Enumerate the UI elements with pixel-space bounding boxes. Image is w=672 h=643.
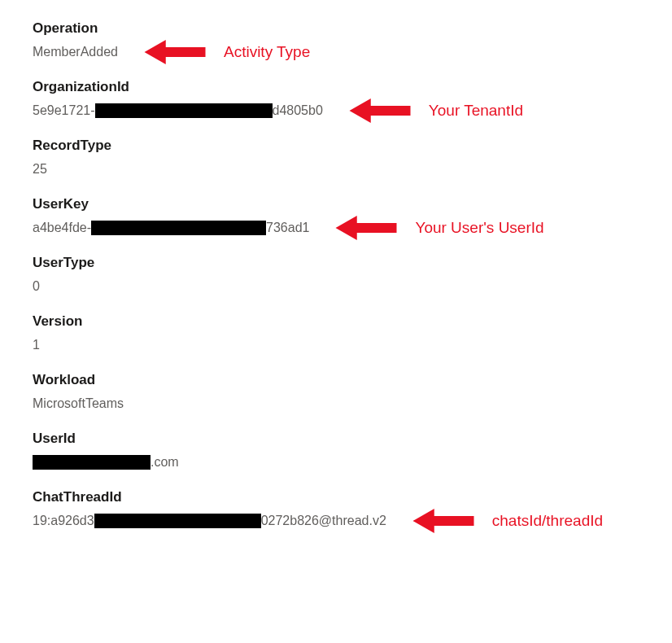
field-row: UserType0 <box>33 255 639 295</box>
field-label: OrganizationId <box>33 79 639 95</box>
field-value-text: MemberAdded <box>33 45 118 59</box>
annotation-text: Your User's UserId <box>415 219 543 237</box>
field-label: RecordType <box>33 138 639 154</box>
field-value-text: .com <box>151 455 179 470</box>
field-label: Operation <box>33 20 639 37</box>
field-value-text: 0 <box>33 279 40 294</box>
field-row: OrganizationId5e9e1721-d4805b0Your Tenan… <box>33 79 639 120</box>
redacted-segment <box>95 103 273 118</box>
field-row: OperationMemberAddedActivity Type <box>33 20 639 61</box>
field-label: Version <box>33 313 639 330</box>
field-value-text: 736ad1 <box>266 221 309 235</box>
field-value-text: a4be4fde- <box>33 221 91 235</box>
arrow-left-icon <box>411 509 476 533</box>
redacted-segment <box>94 514 261 528</box>
field-value-text: 19:a926d3 <box>33 514 94 528</box>
arrow-left-icon <box>142 40 207 64</box>
field-value-line: 25 <box>33 160 639 178</box>
field-value-line: 19:a926d30272b826@thread.v2chatsId/threa… <box>33 512 639 530</box>
field-row: UserId.com <box>33 431 639 471</box>
field-label: UserKey <box>33 196 639 212</box>
redacted-segment <box>91 221 266 235</box>
annotation-text: Activity Type <box>224 43 310 61</box>
field-label: UserId <box>33 431 639 447</box>
arrow-left-icon <box>347 98 412 123</box>
field-value-text: 25 <box>33 162 47 177</box>
redacted-segment <box>33 455 151 470</box>
field-value-text: 5e9e1721- <box>33 103 95 118</box>
field-label: UserType <box>33 255 639 271</box>
field-value-line: MicrosoftTeams <box>33 395 639 413</box>
field-value-text: 1 <box>33 338 40 352</box>
arrow-left-icon <box>334 216 399 240</box>
audit-fields-container: OperationMemberAddedActivity TypeOrganiz… <box>33 20 639 530</box>
field-value-line: .com <box>33 453 639 471</box>
field-value-line: 1 <box>33 336 639 354</box>
field-value-text: 0272b826@thread.v2 <box>261 514 386 528</box>
field-value-line: a4be4fde-736ad1Your User's UserId <box>33 219 639 237</box>
field-row: UserKeya4be4fde-736ad1Your User's UserId <box>33 196 639 237</box>
field-row: ChatThreadId19:a926d30272b826@thread.v2c… <box>33 489 639 530</box>
field-label: ChatThreadId <box>33 489 639 505</box>
field-row: RecordType25 <box>33 138 639 178</box>
field-value-line: 0 <box>33 278 639 295</box>
field-row: WorkloadMicrosoftTeams <box>33 372 639 413</box>
field-value-line: MemberAddedActivity Type <box>33 43 639 61</box>
field-value-text: d4805b0 <box>273 103 323 118</box>
field-row: Version1 <box>33 313 639 354</box>
annotation-text: chatsId/threadId <box>492 512 603 530</box>
annotation-text: Your TenantId <box>429 102 523 120</box>
field-label: Workload <box>33 372 639 388</box>
field-value-line: 5e9e1721-d4805b0Your TenantId <box>33 102 639 120</box>
field-value-text: MicrosoftTeams <box>33 396 124 411</box>
